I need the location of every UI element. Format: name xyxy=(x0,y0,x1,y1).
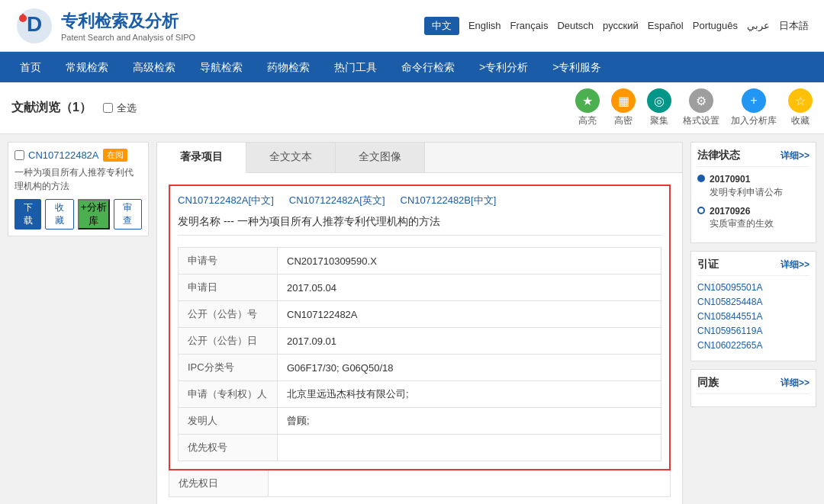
review-btn[interactable]: 审查 xyxy=(114,199,142,230)
legal-status-detail-link[interactable]: 详细>> xyxy=(781,149,810,162)
field-label: IPC分类号 xyxy=(179,355,278,381)
focus-label: 聚集 xyxy=(650,114,668,127)
nav-patent-service[interactable]: >专利服务 xyxy=(540,52,613,82)
nav-nav-search[interactable]: 导航检索 xyxy=(188,52,255,82)
lang-german[interactable]: Deutsch xyxy=(557,20,594,31)
format-label: 格式设置 xyxy=(683,114,719,127)
header: D 专利检索及分析 Patent Search and Analysis of … xyxy=(0,0,824,52)
select-all-checkbox[interactable] xyxy=(103,103,113,113)
citation-5[interactable]: CN106022565A xyxy=(697,340,810,351)
language-bar: 中文 English Français Deutsch русский Espa… xyxy=(424,17,809,35)
citations-detail-link[interactable]: 详细>> xyxy=(781,258,810,271)
citation-3[interactable]: CN105844551A xyxy=(697,311,810,322)
family-title: 同族 详细>> xyxy=(697,376,810,394)
logo-subtitle: Patent Search and Analysis of SIPO xyxy=(61,33,195,42)
density-label: 高密 xyxy=(614,114,632,127)
patent-link-cn-zh[interactable]: CN107122482A[中文] xyxy=(178,194,274,207)
field-value: 曾顾; xyxy=(278,408,661,435)
save-btn[interactable]: 收藏 xyxy=(45,199,73,230)
field-value: CN107122482A xyxy=(278,301,661,328)
nav-hot-tools[interactable]: 热门工具 xyxy=(322,52,389,82)
result-checkbox[interactable] xyxy=(14,150,24,160)
field-label: 公开（公告）号 xyxy=(179,301,278,328)
patent-title-text: 发明名称 --- 一种为项目所有人推荐专利代理机构的方法 xyxy=(178,215,440,227)
family-detail-link[interactable]: 详细>> xyxy=(781,377,810,390)
focus-icon: ◎ xyxy=(647,88,671,113)
bookmark-btn[interactable]: ☆ 收藏 xyxy=(788,88,813,127)
center-panel: 著录项目 全文文本 全文图像 CN107122482A[中文] CN107122… xyxy=(156,142,683,504)
table-row: IPC分类号 G06F17/30; G06Q50/18 xyxy=(179,355,661,381)
lang-french[interactable]: Français xyxy=(510,20,549,31)
tab-bibliographic[interactable]: 著录项目 xyxy=(157,143,246,173)
table-row: 申请（专利权）人 北京里远迅杰科技有限公司; xyxy=(179,381,661,408)
result-actions: 下载 收藏 +分析库 审查 xyxy=(14,199,142,230)
result-id[interactable]: CN107122482A xyxy=(28,149,99,161)
field-label: 公开（公告）日 xyxy=(179,328,278,355)
citation-2[interactable]: CN105825448A xyxy=(697,297,810,307)
table-row: 申请日 2017.05.04 xyxy=(179,274,661,301)
highlight-label: 高亮 xyxy=(578,114,597,127)
field-label: 发明人 xyxy=(179,408,278,435)
highlight-icon: ★ xyxy=(575,88,600,113)
legal-status-title: 法律状态 详细>> xyxy=(697,149,810,167)
main-nav: 首页 常规检索 高级检索 导航检索 药物检索 热门工具 命令行检索 >专利分析 … xyxy=(0,52,824,82)
patent-link-cnb-zh[interactable]: CN107122482B[中文] xyxy=(401,194,497,207)
nav-patent-analysis[interactable]: >专利分析 xyxy=(467,52,540,82)
lang-russian[interactable]: русский xyxy=(603,20,639,31)
timeline-text-2: 20170926 实质审查的生效 xyxy=(710,205,774,231)
table-row: 优先权号 xyxy=(179,435,661,461)
timeline-item-2: 20170926 实质审查的生效 xyxy=(697,205,810,231)
lang-chinese[interactable]: 中文 xyxy=(424,17,459,35)
bookmark-icon: ☆ xyxy=(788,88,813,113)
nav-command-search[interactable]: 命令行检索 xyxy=(389,52,467,82)
result-title[interactable]: CN107122482A 在阅 xyxy=(14,149,142,162)
density-icon: ▦ xyxy=(611,88,636,113)
timeline-text-1: 20170901 发明专利申请公布 xyxy=(710,173,783,199)
citation-1[interactable]: CN105095501A xyxy=(697,282,810,293)
table-row: 公开（公告）日 2017.09.01 xyxy=(179,328,661,355)
nav-home[interactable]: 首页 xyxy=(8,52,53,82)
timeline-item-1: 20170901 发明专利申请公布 xyxy=(697,173,810,199)
detail-table: 申请号 CN201710309590.X 申请日 2017.05.04 公开（公… xyxy=(178,247,661,461)
family-card: 同族 详细>> xyxy=(690,369,816,407)
add-analysis-btn[interactable]: + 加入分析库 xyxy=(731,88,777,127)
result-badge: 在阅 xyxy=(103,149,127,162)
highlight-btn[interactable]: ★ 高亮 xyxy=(575,88,600,127)
nav-advanced-search[interactable]: 高级检索 xyxy=(121,52,188,82)
extra-table: 优先权日 xyxy=(169,470,671,497)
legal-status-card: 法律状态 详细>> 20170901 发明专利申请公布 20170926 实质审… xyxy=(690,142,816,243)
add-lib-btn[interactable]: +分析库 xyxy=(78,199,110,230)
lang-japanese[interactable]: 日本語 xyxy=(779,19,809,33)
select-all[interactable]: 全选 xyxy=(103,101,137,115)
tab-fulltext[interactable]: 全文文本 xyxy=(246,143,336,172)
timeline-dot-filled xyxy=(697,175,705,182)
field-label: 申请（专利权）人 xyxy=(179,381,278,408)
lang-spanish[interactable]: Español xyxy=(648,20,684,31)
field-value: 北京里远迅杰科技有限公司; xyxy=(278,381,661,408)
add-analysis-icon: + xyxy=(742,88,766,113)
field-label: 优先权号 xyxy=(179,435,278,461)
citations-label: 引证 xyxy=(697,258,719,271)
left-panel: CN107122482A 在阅 一种为项目所有人推荐专利代理机构的方法 下载 收… xyxy=(8,142,149,504)
field-label: 申请号 xyxy=(179,248,278,274)
citation-4[interactable]: CN105956119A xyxy=(697,326,810,336)
download-btn[interactable]: 下载 xyxy=(14,199,41,230)
density-btn[interactable]: ▦ 高密 xyxy=(611,88,636,127)
field-value xyxy=(269,470,671,497)
tab-images[interactable]: 全文图像 xyxy=(336,143,425,172)
detail-tabs: 著录项目 全文文本 全文图像 xyxy=(157,143,682,173)
bookmark-label: 收藏 xyxy=(791,114,810,127)
patent-link-cn-en[interactable]: CN107122482A[英文] xyxy=(289,194,385,207)
format-btn[interactable]: ⚙ 格式设置 xyxy=(683,88,719,127)
logo: D 专利检索及分析 Patent Search and Analysis of … xyxy=(15,7,195,45)
family-label: 同族 xyxy=(697,376,719,390)
lang-portuguese[interactable]: Português xyxy=(693,20,738,31)
nav-basic-search[interactable]: 常规检索 xyxy=(53,52,121,82)
lang-english[interactable]: English xyxy=(468,20,501,31)
timeline-desc-2: 实质审查的生效 xyxy=(710,217,774,230)
focus-btn[interactable]: ◎ 聚集 xyxy=(647,88,671,127)
nav-drug-search[interactable]: 药物检索 xyxy=(255,52,322,82)
lang-arabic[interactable]: عربي xyxy=(747,20,770,31)
field-value: 2017.05.04 xyxy=(278,274,661,301)
detail-content: CN107122482A[中文] CN107122482A[英文] CN1071… xyxy=(157,173,682,504)
